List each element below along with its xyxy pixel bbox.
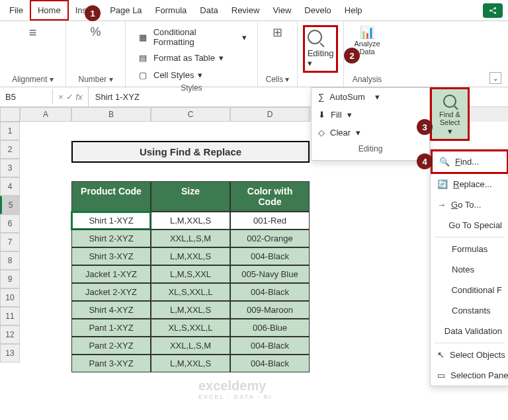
table-row[interactable]: Pant 2-XYZXXL,L,S,M004-Black bbox=[71, 337, 310, 355]
tab-file[interactable]: File bbox=[3, 1, 30, 19]
notes-menu-item[interactable]: Notes bbox=[431, 259, 508, 280]
table-icon: ▤ bbox=[136, 51, 149, 64]
table-cell[interactable]: XXL,L,S,M bbox=[151, 230, 230, 247]
find-menu-item[interactable]: 🔍Find... bbox=[431, 149, 508, 174]
tab-data[interactable]: Data bbox=[193, 1, 224, 19]
fx-icon[interactable]: fx bbox=[76, 92, 83, 102]
table-cell[interactable]: L,M,XXL,S bbox=[151, 301, 230, 319]
table-cell[interactable]: Shirt 4-XYZ bbox=[71, 301, 151, 319]
table-cell[interactable]: L,M,S,XXL bbox=[151, 265, 230, 283]
table-row[interactable]: Shirt 2-XYZXXL,L,S,M002-Orange bbox=[71, 230, 310, 247]
table-cell[interactable]: 004-Black bbox=[230, 355, 310, 372]
ribbon-label-alignment[interactable]: Alignment ▾ bbox=[12, 75, 54, 85]
cell-styles-button[interactable]: ▢Cell Styles ▾ bbox=[132, 66, 251, 83]
col-header-b[interactable]: B bbox=[71, 107, 151, 122]
table-cell[interactable]: XL,S,XXL,L bbox=[151, 319, 230, 337]
table-cell[interactable]: XXL,L,S,M bbox=[151, 337, 230, 355]
ribbon-tabs: File Home Insert Page La Formula Data Re… bbox=[0, 0, 508, 21]
ribbon-label-number[interactable]: Number ▾ bbox=[78, 75, 112, 85]
tab-page-layout[interactable]: Page La bbox=[103, 1, 148, 19]
row-header-12[interactable]: 12 bbox=[0, 325, 20, 344]
row-header-5[interactable]: 5 bbox=[0, 196, 20, 214]
th-product-code[interactable]: Product Code bbox=[71, 181, 151, 212]
select-all-corner[interactable] bbox=[0, 107, 20, 122]
col-header-c[interactable]: C bbox=[151, 107, 230, 122]
table-row[interactable]: Shirt 3-XYZL,M,XXL,S004-Black bbox=[71, 247, 310, 265]
table-cell[interactable]: Shirt 1-XYZ bbox=[71, 212, 151, 230]
table-title: Using Find & Replace bbox=[71, 141, 310, 163]
tab-help[interactable]: Help bbox=[338, 1, 369, 19]
goto-menu-item[interactable]: →Go To... bbox=[431, 194, 508, 215]
table-row[interactable]: Pant 1-XYZXL,S,XXL,L006-Blue bbox=[71, 319, 310, 337]
tab-developer[interactable]: Develo bbox=[298, 1, 337, 19]
name-box[interactable]: B5 bbox=[0, 89, 53, 105]
row-header-13[interactable]: 13 bbox=[0, 344, 20, 362]
validation-menu-item[interactable]: Data Validation bbox=[431, 321, 508, 341]
tab-home[interactable]: Home bbox=[30, 0, 69, 21]
row-header-7[interactable]: 7 bbox=[0, 233, 20, 251]
table-cell[interactable]: 004-Black bbox=[230, 283, 310, 301]
table-cell[interactable]: Pant 1-XYZ bbox=[71, 319, 151, 337]
col-header-d[interactable]: D bbox=[230, 107, 310, 122]
row-header-8[interactable]: 8 bbox=[0, 251, 20, 270]
table-cell[interactable]: Jacket 1-XYZ bbox=[71, 265, 151, 283]
table-row[interactable]: Shirt 4-XYZL,M,XXL,S009-Maroon bbox=[71, 301, 310, 319]
fill-icon: ⬇ bbox=[318, 110, 325, 120]
editing-button[interactable]: Editing▾ bbox=[303, 25, 339, 73]
row-header-10[interactable]: 10 bbox=[0, 288, 20, 307]
table-cell[interactable]: 006-Blue bbox=[230, 319, 310, 337]
tab-review[interactable]: Review bbox=[225, 1, 267, 19]
th-color[interactable]: Color with Code bbox=[230, 181, 310, 212]
share-button[interactable] bbox=[483, 3, 503, 18]
table-cell[interactable]: Pant 3-XYZ bbox=[71, 355, 151, 372]
ribbon-label-cells[interactable]: Cells ▾ bbox=[265, 75, 289, 85]
goto-special-menu-item[interactable]: Go To Special bbox=[431, 215, 508, 235]
row-header-2[interactable]: 2 bbox=[0, 140, 20, 159]
tab-view[interactable]: View bbox=[266, 1, 298, 19]
table-row[interactable]: Jacket 1-XYZL,M,S,XXL005-Navy Blue bbox=[71, 265, 310, 283]
table-cell[interactable]: Jacket 2-XYZ bbox=[71, 283, 151, 301]
autosum-button[interactable]: ∑AutoSum ▾ bbox=[312, 88, 429, 106]
table-cell[interactable]: 002-Orange bbox=[230, 230, 310, 247]
select-objects-menu-item[interactable]: ↖Select Objects bbox=[431, 345, 508, 365]
ribbon-expand-button[interactable]: ⌄ bbox=[489, 72, 501, 84]
table-cell[interactable]: 009-Maroon bbox=[230, 301, 310, 319]
table-cell[interactable]: L,M,XXL,S bbox=[151, 355, 230, 372]
confirm-icon[interactable]: ✓ bbox=[66, 92, 73, 102]
cancel-icon[interactable]: × bbox=[58, 92, 64, 102]
table-row[interactable]: Pant 3-XYZL,M,XXL,S004-Black bbox=[71, 355, 310, 372]
fill-button[interactable]: ⬇Fill ▾ bbox=[312, 106, 429, 124]
table-cell[interactable]: L,M,XXL,S bbox=[151, 212, 230, 230]
row-header-4[interactable]: 4 bbox=[0, 177, 20, 196]
table-cell[interactable]: 004-Black bbox=[230, 247, 310, 265]
cursor-icon: ↖ bbox=[437, 350, 444, 360]
table-cell[interactable]: Shirt 2-XYZ bbox=[71, 230, 151, 247]
table-row[interactable]: Jacket 2-XYZXL,S,XXL,L004-Black bbox=[71, 283, 310, 301]
constants-menu-item[interactable]: Constants bbox=[431, 300, 508, 321]
clear-button[interactable]: ◇Clear ▾ bbox=[312, 124, 429, 142]
row-header-11[interactable]: 11 bbox=[0, 307, 20, 325]
row-header-6[interactable]: 6 bbox=[0, 214, 20, 233]
conditional-formatting-button[interactable]: ▦Conditional Formatting ▾ bbox=[132, 25, 251, 49]
formulas-menu-item[interactable]: Formulas bbox=[431, 239, 508, 259]
find-select-button[interactable]: Find & Select ▾ bbox=[430, 87, 470, 141]
table-cell[interactable]: 001-Red bbox=[230, 212, 310, 230]
table-cell[interactable]: 004-Black bbox=[230, 337, 310, 355]
format-as-table-button[interactable]: ▤Format as Table ▾ bbox=[132, 49, 251, 66]
tab-formulas[interactable]: Formula bbox=[149, 1, 194, 19]
th-size[interactable]: Size bbox=[151, 181, 230, 212]
table-cell[interactable]: Shirt 3-XYZ bbox=[71, 247, 151, 265]
table-cell[interactable]: Pant 2-XYZ bbox=[71, 337, 151, 355]
row-header-9[interactable]: 9 bbox=[0, 270, 20, 288]
replace-menu-item[interactable]: 🔄Replace... bbox=[431, 174, 508, 194]
table-cell[interactable]: L,M,XXL,S bbox=[151, 247, 230, 265]
table-row[interactable]: Shirt 1-XYZL,M,XXL,S001-Red bbox=[71, 212, 310, 230]
col-header-a[interactable]: A bbox=[20, 107, 71, 122]
row-header-1[interactable]: 1 bbox=[0, 122, 20, 140]
table-cell[interactable]: XL,S,XXL,L bbox=[151, 283, 230, 301]
selection-pane-menu-item[interactable]: ▭Selection Pane bbox=[431, 365, 508, 386]
conditional-menu-item[interactable]: Conditional F bbox=[431, 280, 508, 300]
table-cell[interactable]: 005-Navy Blue bbox=[230, 265, 310, 283]
ribbon-label-styles: Styles bbox=[181, 83, 202, 94]
row-header-3[interactable]: 3 bbox=[0, 159, 20, 177]
